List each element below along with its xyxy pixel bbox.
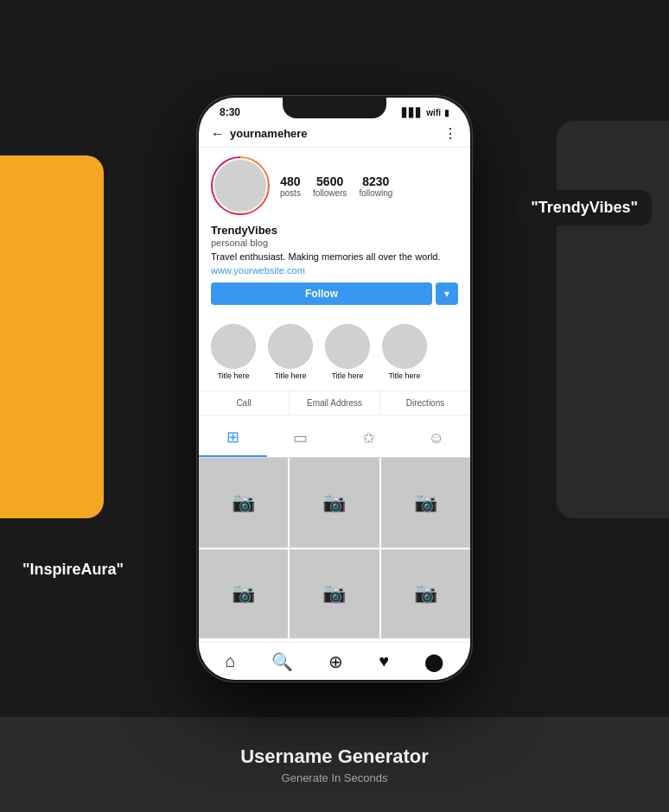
directions-button[interactable]: Directions (380, 391, 470, 415)
highlight-circle-3 (325, 324, 370, 369)
follow-row: Follow ▾ (211, 282, 458, 305)
wifi-icon: wifi (426, 108, 441, 117)
email-button[interactable]: Email Address (290, 391, 380, 415)
yellow-background-rect (0, 155, 104, 518)
camera-icon-4: 📷 (232, 582, 255, 605)
following-stat: 8230 following (359, 174, 392, 198)
instagram-header: ← yournamehere ⋮ (199, 122, 470, 148)
content-tab-bar: ⊞ ▭ ✩ ☺ (199, 419, 470, 458)
bubble-inspire-text: "InspireAura" (22, 561, 124, 578)
tab-list[interactable]: ▭ (267, 419, 335, 457)
highlight-circle-1 (211, 324, 256, 369)
posts-count: 480 (280, 174, 300, 188)
highlight-item-4[interactable]: Title here (382, 324, 427, 380)
footer-section: Username Generator Generate In Seconds (0, 717, 669, 812)
highlight-circle-2 (268, 324, 313, 369)
stats-row: 480 posts 5600 followers 8230 following (280, 174, 458, 198)
battery-icon: ▮ (444, 108, 449, 117)
home-nav-icon[interactable]: ⌂ (226, 651, 236, 671)
profile-name: TrendyVibes (211, 224, 458, 237)
camera-icon-5: 📷 (322, 582, 346, 605)
follow-button[interactable]: Follow (211, 282, 432, 305)
back-button[interactable]: ← (211, 126, 225, 142)
grid-icon: ⊞ (226, 428, 239, 447)
status-time: 8:30 (220, 106, 240, 118)
highlight-item-1[interactable]: Title here (211, 324, 256, 380)
grid-cell-6[interactable]: 📷 (381, 549, 470, 638)
profile-section: 480 posts 5600 followers 8230 following (199, 148, 470, 317)
notch (283, 98, 386, 118)
inspire-aura-bubble: "InspireAura" (9, 552, 137, 587)
grid-cell-5[interactable]: 📷 (290, 549, 379, 638)
likes-nav-icon[interactable]: ♥ (379, 651, 389, 671)
phone-screen: 8:30 ▋▋▋ wifi ▮ ← yournamehere ⋮ (199, 98, 470, 680)
followers-label: followers (313, 188, 347, 198)
call-button[interactable]: Call (199, 391, 290, 415)
footer-title: Username Generator (240, 745, 429, 768)
followers-count: 5600 (316, 174, 343, 188)
follow-dropdown-button[interactable]: ▾ (436, 282, 458, 305)
grid-cell-3[interactable]: 📷 (381, 458, 470, 547)
profile-nav-icon[interactable]: ⬤ (424, 651, 443, 672)
following-count: 8230 (362, 174, 389, 188)
story-highlights: Title here Title here Title here Title h… (199, 317, 470, 387)
signal-icon: ▋▋▋ (402, 108, 423, 117)
reels-icon: ✩ (362, 428, 375, 447)
bottom-nav: ⌂ 🔍 ⊕ ♥ ⬤ (199, 642, 470, 680)
bubble-trendy-text: "TrendyVibes" (531, 199, 638, 216)
highlight-item-2[interactable]: Title here (268, 324, 313, 380)
trendy-vibes-bubble: "TrendyVibes" (517, 190, 652, 225)
action-buttons: Call Email Address Directions (199, 390, 470, 416)
tab-reels[interactable]: ✩ (334, 419, 403, 457)
posts-stat: 480 posts (280, 174, 301, 198)
add-nav-icon[interactable]: ⊕ (328, 651, 343, 672)
profile-category: personal blog (211, 238, 458, 248)
dark-background-rect (557, 121, 669, 518)
followers-stat: 5600 followers (313, 174, 347, 198)
phone-frame: 8:30 ▋▋▋ wifi ▮ ← yournamehere ⋮ (196, 95, 473, 682)
avatar (213, 158, 268, 213)
highlight-label-2: Title here (274, 371, 306, 380)
following-label: following (359, 188, 392, 198)
profile-top: 480 posts 5600 followers 8230 following (211, 156, 458, 215)
photo-grid: 📷 📷 📷 📷 📷 📷 (199, 458, 470, 638)
highlight-label-1: Title here (217, 371, 249, 380)
camera-icon-6: 📷 (414, 582, 437, 605)
footer-subtitle: Generate In Seconds (282, 771, 388, 784)
search-nav-icon[interactable]: 🔍 (271, 651, 293, 672)
tagged-icon: ☺ (429, 429, 444, 447)
grid-cell-1[interactable]: 📷 (199, 458, 288, 547)
highlight-item-3[interactable]: Title here (325, 324, 370, 380)
camera-icon-3: 📷 (414, 492, 437, 514)
phone-mockup: 8:30 ▋▋▋ wifi ▮ ← yournamehere ⋮ (196, 95, 473, 682)
posts-label: posts (280, 188, 301, 198)
tab-grid[interactable]: ⊞ (199, 419, 267, 457)
highlight-label-3: Title here (331, 371, 363, 380)
highlight-circle-4 (382, 324, 427, 369)
camera-icon-1: 📷 (232, 492, 255, 514)
more-options-button[interactable]: ⋮ (443, 125, 458, 142)
header-left: ← yournamehere (211, 126, 308, 142)
grid-cell-2[interactable]: 📷 (290, 458, 379, 547)
avatar-ring (211, 156, 270, 215)
profile-website[interactable]: www.yourwebsite.com (211, 265, 458, 276)
profile-bio: Travel enthusiast. Making memories all o… (211, 251, 458, 263)
camera-icon-2: 📷 (322, 492, 346, 514)
highlight-label-4: Title here (388, 371, 420, 380)
list-icon: ▭ (293, 428, 308, 447)
profile-username: yournamehere (230, 127, 308, 140)
status-icons: ▋▋▋ wifi ▮ (402, 108, 449, 117)
grid-cell-4[interactable]: 📷 (199, 549, 288, 638)
tab-tagged[interactable]: ☺ (403, 419, 471, 457)
